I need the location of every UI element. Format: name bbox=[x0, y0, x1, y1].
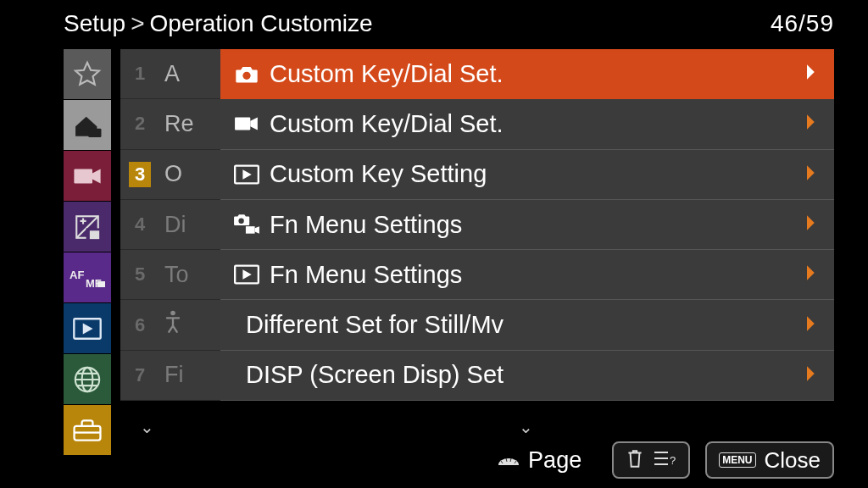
option-different-set[interactable]: Different Set for Still/Mv bbox=[220, 300, 834, 350]
category-network[interactable] bbox=[64, 354, 111, 404]
submenu-label: Fi bbox=[164, 362, 184, 388]
submenu-label: Di bbox=[164, 212, 186, 238]
header-bar: Setup > Operation Customize 46/59 bbox=[64, 7, 834, 41]
breadcrumb-root: Setup bbox=[64, 10, 125, 37]
svg-rect-0 bbox=[88, 128, 101, 136]
menu-badge: MENU bbox=[719, 452, 755, 468]
globe-icon bbox=[73, 365, 102, 394]
chevron-right-icon bbox=[805, 264, 819, 285]
playback-icon bbox=[232, 260, 261, 289]
help-button[interactable]: ? bbox=[612, 441, 690, 479]
options-list: Custom Key/Dial Set. Custom Key/Dial Set… bbox=[220, 49, 834, 401]
submenu-label: A bbox=[164, 61, 180, 87]
submenu-label: Re bbox=[164, 111, 194, 137]
svg-rect-7 bbox=[97, 281, 105, 287]
af-mf-icon: AFMF bbox=[69, 267, 106, 289]
submenu-label bbox=[164, 310, 181, 340]
page-hint: Page bbox=[496, 447, 581, 474]
option-custom-key-playback[interactable]: Custom Key Setting bbox=[220, 150, 834, 200]
svg-rect-14 bbox=[235, 118, 250, 130]
camera-icon bbox=[232, 59, 261, 88]
category-focus[interactable]: AFMF bbox=[64, 252, 111, 302]
submenu-item-4[interactable]: 4 Di bbox=[120, 200, 222, 250]
chevron-right-icon bbox=[805, 315, 819, 336]
scroll-down-icon: ⌄ bbox=[140, 417, 154, 437]
chevron-right-icon bbox=[805, 214, 819, 235]
chevron-right-icon bbox=[805, 164, 819, 185]
submenu-item-2[interactable]: 2 Re bbox=[120, 99, 222, 149]
option-label: Custom Key Setting bbox=[270, 160, 797, 188]
option-label: Fn Menu Settings bbox=[270, 211, 797, 239]
close-button[interactable]: MENU Close bbox=[705, 441, 834, 479]
trash-icon bbox=[626, 447, 644, 473]
submenu-column: 1 A 2 Re 3 O 4 Di 5 To 6 7 Fi bbox=[120, 49, 222, 401]
accessibility-icon bbox=[164, 310, 181, 334]
option-custom-key-dial-movie[interactable]: Custom Key/Dial Set. bbox=[220, 99, 834, 149]
svg-rect-4 bbox=[90, 230, 99, 239]
blank-icon bbox=[232, 311, 237, 340]
submenu-number: 4 bbox=[129, 212, 151, 237]
page-counter: 46/59 bbox=[771, 10, 834, 37]
close-label: Close bbox=[765, 447, 821, 474]
star-icon bbox=[73, 60, 102, 89]
exposure-icon bbox=[73, 213, 102, 241]
option-fn-menu-still-movie[interactable]: Fn Menu Settings bbox=[220, 200, 834, 250]
camera-movie-icon bbox=[232, 210, 261, 239]
option-label: DISP (Screen Disp) Set bbox=[246, 361, 797, 389]
category-rail: AFMF bbox=[64, 49, 111, 455]
option-custom-key-dial-still[interactable]: Custom Key/Dial Set. bbox=[220, 49, 834, 99]
option-label: Custom Key/Dial Set. bbox=[270, 110, 797, 138]
video-icon bbox=[72, 165, 103, 187]
page-hint-label: Page bbox=[528, 447, 581, 474]
help-list-icon: ? bbox=[653, 449, 676, 471]
category-exposure[interactable] bbox=[64, 202, 111, 252]
svg-rect-17 bbox=[246, 226, 255, 234]
chevron-right-icon bbox=[805, 365, 819, 385]
category-main[interactable] bbox=[64, 100, 111, 150]
breadcrumb: Setup > Operation Customize bbox=[64, 10, 373, 37]
home-camera-icon bbox=[71, 111, 103, 140]
submenu-number: 7 bbox=[129, 363, 151, 388]
category-shooting[interactable] bbox=[64, 151, 111, 201]
playback-icon bbox=[73, 317, 102, 341]
submenu-label: To bbox=[164, 262, 189, 288]
submenu-label: O bbox=[164, 161, 182, 187]
scroll-down-icon: ⌄ bbox=[519, 417, 533, 437]
breadcrumb-separator: > bbox=[131, 10, 144, 37]
movie-icon bbox=[232, 109, 261, 138]
submenu-item-7[interactable]: 7 Fi bbox=[120, 351, 222, 401]
svg-point-16 bbox=[238, 219, 243, 224]
option-disp-set[interactable]: DISP (Screen Disp) Set bbox=[220, 351, 834, 401]
svg-text:AF: AF bbox=[70, 269, 84, 281]
submenu-number: 1 bbox=[129, 61, 151, 86]
submenu-number: 5 bbox=[129, 262, 151, 287]
option-label: Different Set for Still/Mv bbox=[246, 311, 797, 339]
svg-rect-1 bbox=[74, 169, 92, 183]
blank-icon bbox=[232, 361, 237, 390]
submenu-item-1[interactable]: 1 A bbox=[120, 49, 222, 99]
chevron-right-icon bbox=[805, 114, 819, 134]
footer-bar: Page ? MENU Close bbox=[64, 439, 834, 481]
breadcrumb-leaf: Operation Customize bbox=[150, 10, 373, 37]
svg-point-13 bbox=[242, 72, 250, 80]
option-fn-menu-playback[interactable]: Fn Menu Settings bbox=[220, 250, 834, 300]
submenu-item-6[interactable]: 6 bbox=[120, 300, 222, 350]
option-label: Custom Key/Dial Set. bbox=[270, 60, 797, 88]
submenu-number: 6 bbox=[129, 313, 151, 338]
category-favorites[interactable] bbox=[64, 49, 111, 99]
dial-icon bbox=[496, 452, 521, 469]
chevron-right-icon bbox=[805, 64, 819, 84]
svg-text:?: ? bbox=[670, 454, 676, 467]
submenu-item-5[interactable]: 5 To bbox=[120, 250, 222, 300]
submenu-item-3[interactable]: 3 O bbox=[120, 150, 222, 200]
submenu-number: 3 bbox=[129, 162, 151, 187]
option-label: Fn Menu Settings bbox=[270, 261, 797, 289]
svg-point-12 bbox=[170, 311, 175, 316]
submenu-number: 2 bbox=[129, 111, 151, 136]
playback-icon bbox=[232, 160, 261, 189]
category-playback[interactable] bbox=[64, 303, 111, 353]
